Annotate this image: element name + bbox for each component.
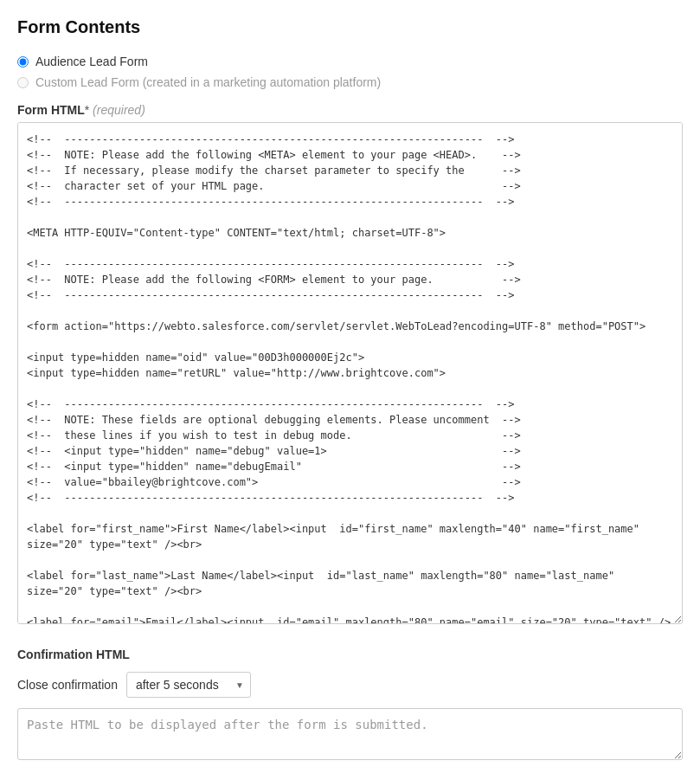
paste-html-textarea[interactable] — [17, 708, 683, 760]
radio-item-audience[interactable]: Audience Lead Form — [17, 55, 683, 68]
page-title: Form Contents — [17, 17, 683, 37]
form-html-field-label: Form HTML* (required) — [17, 103, 683, 117]
confirmation-html-label: Confirmation HTML — [17, 648, 683, 661]
close-confirmation-select-wrapper[interactable]: immediately after 5 seconds after 10 sec… — [126, 672, 251, 698]
close-confirmation-select[interactable]: immediately after 5 seconds after 10 sec… — [126, 672, 251, 698]
audience-lead-form-label[interactable]: Audience Lead Form — [35, 55, 148, 68]
close-confirmation-row: Close confirmation immediately after 5 s… — [17, 672, 683, 698]
radio-item-custom[interactable]: Custom Lead Form (created in a marketing… — [17, 75, 683, 89]
close-confirmation-text: Close confirmation — [17, 678, 118, 692]
custom-lead-form-radio[interactable] — [17, 77, 29, 88]
confirmation-section: Confirmation HTML Close confirmation imm… — [17, 648, 683, 763]
audience-lead-form-radio[interactable] — [17, 56, 29, 68]
form-html-label-text: Form HTML — [17, 103, 85, 117]
form-html-hint: (required) — [93, 103, 145, 117]
required-marker: * — [85, 103, 89, 117]
form-html-textarea[interactable]: <!-- -----------------------------------… — [17, 122, 683, 624]
custom-lead-form-label: Custom Lead Form (created in a marketing… — [35, 75, 381, 89]
form-type-radio-group: Audience Lead Form Custom Lead Form (cre… — [17, 55, 683, 89]
